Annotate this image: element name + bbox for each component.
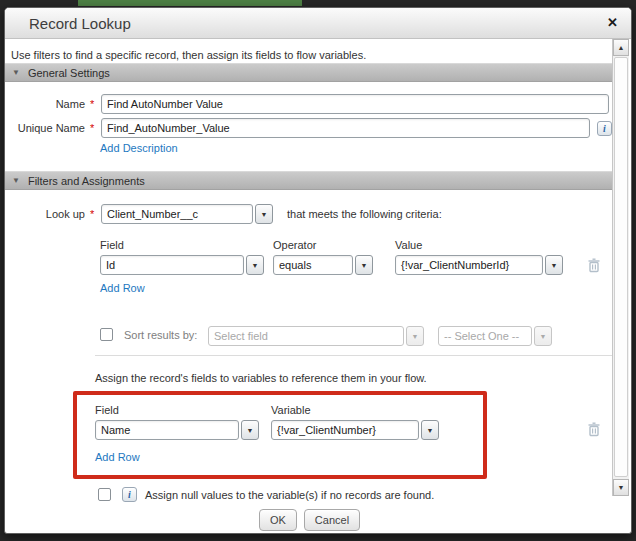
sort-order-placeholder: -- Select One -- [438, 326, 532, 346]
collapse-triangle-icon: ▼ [12, 176, 20, 185]
assignment-field-combobox[interactable]: Name ▼ [95, 420, 259, 440]
chevron-down-icon: ▼ [534, 326, 552, 346]
ok-button[interactable]: OK [259, 509, 297, 531]
filter-field-value[interactable]: Id [100, 255, 244, 275]
assign-null-checkbox[interactable] [98, 488, 111, 501]
add-description-link[interactable]: Add Description [100, 142, 178, 154]
sort-row: Sort results by: [100, 328, 197, 341]
section-header-general-settings[interactable]: ▼ General Settings [5, 63, 614, 82]
filter-add-row-link[interactable]: Add Row [100, 282, 145, 294]
filter-operator-combobox[interactable]: equals ▼ [273, 255, 373, 275]
name-input[interactable] [101, 94, 609, 114]
required-marker: * [90, 122, 97, 134]
chevron-down-icon[interactable]: ▼ [246, 255, 264, 275]
assignment-field-header: Field [95, 404, 119, 416]
chevron-down-icon[interactable]: ▼ [241, 420, 259, 440]
dialog-description: Use filters to find a specific record, t… [11, 49, 366, 61]
section-filters-label: Filters and Assignments [28, 175, 145, 187]
sort-label: Sort results by: [124, 329, 197, 341]
filter-value-combobox[interactable]: {!var_ClientNumberId} ▼ [395, 255, 563, 275]
filter-operator-header: Operator [273, 239, 316, 251]
close-icon[interactable]: ✕ [607, 16, 618, 30]
sort-checkbox[interactable] [100, 328, 113, 341]
footer: OK Cancel [5, 509, 614, 531]
name-row: Name * [5, 94, 609, 114]
assignment-variable-header: Variable [271, 404, 311, 416]
dialog-titlebar: Record Lookup ✕ [5, 8, 631, 39]
assign-null-label: Assign null values to the variable(s) if… [145, 489, 434, 501]
unique-name-label: Unique Name [5, 122, 85, 134]
chevron-down-icon[interactable]: ▼ [421, 420, 439, 440]
chevron-down-icon[interactable]: ▼ [545, 255, 563, 275]
criteria-text: that meets the following criteria: [287, 208, 442, 220]
unique-name-row: Unique Name * i [5, 118, 612, 138]
delete-assignment-row-icon[interactable] [587, 422, 601, 441]
collapse-triangle-icon: ▼ [12, 68, 20, 77]
scrollbar-thumb[interactable] [614, 57, 628, 477]
filter-field-combobox[interactable]: Id ▼ [100, 255, 264, 275]
sort-order-combobox: -- Select One -- ▼ [438, 326, 552, 346]
unique-name-input[interactable] [101, 118, 590, 138]
vertical-scrollbar[interactable]: ▲ ▼ [612, 39, 629, 496]
dialog-title: Record Lookup [5, 15, 131, 32]
cancel-button[interactable]: Cancel [304, 509, 360, 531]
divider [95, 355, 613, 356]
background-accent-bar [78, 0, 302, 6]
filter-value-value[interactable]: {!var_ClientNumberId} [395, 255, 543, 275]
scroll-up-icon[interactable]: ▲ [613, 39, 629, 56]
assignment-variable-combobox[interactable]: {!var_ClientNumber} ▼ [271, 420, 439, 440]
filter-value-header: Value [395, 239, 422, 251]
sort-field-combobox: Select field ▼ [208, 326, 424, 346]
scroll-down-icon[interactable]: ▼ [613, 479, 629, 496]
assignment-variable-value[interactable]: {!var_ClientNumber} [271, 420, 419, 440]
required-marker: * [90, 208, 97, 220]
chevron-down-icon[interactable]: ▼ [255, 204, 273, 224]
delete-filter-row-icon[interactable] [587, 258, 601, 277]
section-general-label: General Settings [28, 67, 110, 79]
section-header-filters-assignments[interactable]: ▼ Filters and Assignments [5, 171, 614, 190]
assignment-field-value[interactable]: Name [95, 420, 239, 440]
assignment-add-row-link[interactable]: Add Row [95, 451, 140, 463]
chevron-down-icon: ▼ [406, 326, 424, 346]
null-values-row: i Assign null values to the variable(s) … [98, 487, 434, 502]
chevron-down-icon[interactable]: ▼ [355, 255, 373, 275]
lookup-row: Look up * Client_Number__c ▼ that meets … [5, 204, 442, 224]
info-icon[interactable]: i [597, 121, 612, 136]
required-marker: * [90, 98, 97, 110]
assignment-instruction: Assign the record's fields to variables … [95, 372, 427, 384]
lookup-object-combobox[interactable]: Client_Number__c [101, 204, 253, 224]
filter-operator-value[interactable]: equals [273, 255, 353, 275]
record-lookup-dialog: Record Lookup ✕ Use filters to find a sp… [4, 7, 632, 534]
sort-field-placeholder: Select field [208, 326, 404, 346]
lookup-label: Look up [5, 208, 85, 220]
filter-field-header: Field [100, 239, 124, 251]
info-icon[interactable]: i [122, 487, 137, 502]
name-label: Name [5, 98, 85, 110]
